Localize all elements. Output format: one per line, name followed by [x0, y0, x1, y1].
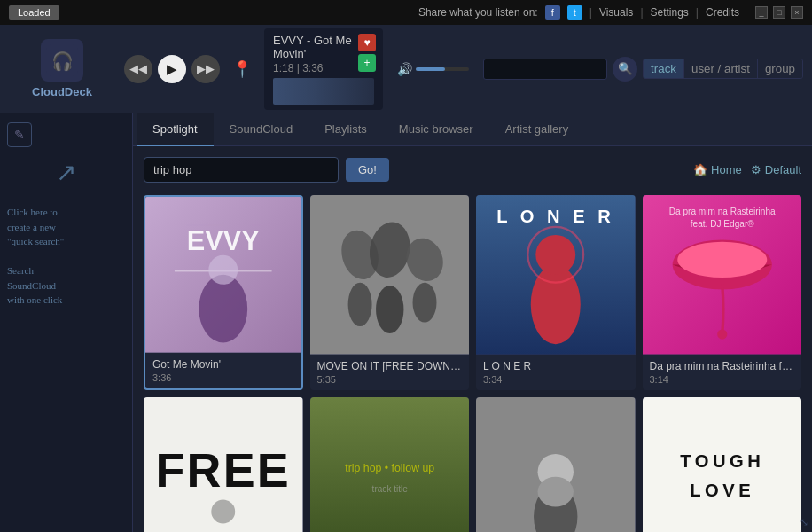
tab-artist-gallery[interactable]: Artist gallery	[489, 113, 585, 146]
music-grid: EVVY Got Me Movin' 3:36	[144, 195, 801, 532]
svg-point-7	[208, 255, 238, 285]
card-duration-3: 3:34	[483, 374, 629, 385]
window-controls: _ □ ×	[755, 6, 803, 19]
music-card-1[interactable]: EVVY Got Me Movin' 3:36	[144, 195, 303, 390]
track-area: EVVY - Got Me Movin' 1:18 | 3:36 ♥ +	[264, 28, 383, 110]
spotlight-search-input[interactable]	[144, 157, 339, 183]
card-duration-1: 3:36	[152, 372, 294, 383]
svg-point-35	[538, 476, 574, 506]
tab-soundcloud[interactable]: SoundCloud	[214, 113, 309, 146]
card-title-1: Got Me Movin'	[152, 358, 294, 371]
sidebar-arrow: ↗	[7, 158, 125, 187]
header-search-area: 🔍 track user / artist group	[483, 57, 803, 82]
player-controls: ◀◀ ▶ ▶▶	[124, 55, 220, 83]
top-bar-left: Loaded	[9, 6, 59, 19]
card-img-8: TOUGH LOVE	[643, 397, 802, 533]
play-btn[interactable]: ▶	[158, 55, 186, 83]
plus-btn[interactable]: +	[358, 54, 376, 72]
settings-link[interactable]: Settings	[651, 6, 689, 19]
tab-music-browser[interactable]: Music browser	[383, 113, 489, 146]
card-img-5: FREE	[144, 397, 303, 533]
card-duration-2: 5:35	[317, 374, 463, 385]
svg-text:LOVE: LOVE	[690, 481, 754, 500]
default-label: Default	[765, 163, 801, 176]
top-bar-right: Share what you listen on: f t | Visuals …	[418, 5, 803, 20]
close-btn[interactable]: ×	[791, 6, 803, 19]
sidebar-hint: Click here tocreate a new"quick search" …	[7, 205, 125, 308]
search-type-tabs: track user / artist group	[643, 59, 803, 79]
content-area: Go! 🏠 Home ⚙ Default	[133, 146, 812, 532]
prev-btn[interactable]: ◀◀	[124, 55, 152, 83]
card-title-4: Da pra mim na Rasteirinha feat. DJ Edgar…	[650, 360, 795, 372]
settings-icon: ⚙	[751, 163, 761, 176]
app-body: ✎ ↗ Click here tocreate a new"quick sear…	[0, 113, 812, 532]
logo-icon: 🎧	[41, 39, 83, 82]
svg-point-28	[211, 499, 235, 523]
go-btn[interactable]: Go!	[346, 158, 389, 182]
card-img-7	[476, 397, 636, 533]
waveform-visual	[273, 78, 374, 105]
facebook-btn[interactable]: f	[545, 5, 560, 20]
card-img-6: trip hop • follow up track title	[310, 397, 470, 533]
svg-point-23	[717, 329, 727, 339]
sep3: |	[696, 6, 699, 19]
home-icon: 🏠	[693, 163, 707, 176]
card-duration-4: 3:14	[650, 374, 795, 385]
minimize-btn[interactable]: _	[755, 6, 768, 19]
location-btn[interactable]: 📍	[229, 59, 255, 79]
tab-spotlight[interactable]: Spotlight	[137, 113, 214, 146]
tabs-bar: Spotlight SoundCloud Playlists Music bro…	[133, 113, 812, 146]
home-link[interactable]: 🏠 Home	[693, 163, 742, 176]
music-card-6[interactable]: trip hop • follow up track title Track 6	[310, 397, 470, 533]
music-card-4[interactable]: Da pra mim na Rasteirinha feat. DJ Edgar…	[643, 195, 802, 390]
visuals-link[interactable]: Visuals	[599, 6, 633, 19]
sep2: |	[640, 6, 643, 19]
next-btn[interactable]: ▶▶	[191, 55, 220, 83]
svg-text:🎧: 🎧	[51, 51, 74, 72]
svg-text:Da pra mim na Rasteirinha: Da pra mim na Rasteirinha	[668, 207, 775, 216]
default-link[interactable]: ⚙ Default	[751, 163, 801, 176]
music-card-8[interactable]: TOUGH LOVE TOUGH LOVE	[643, 397, 802, 533]
svg-point-13	[376, 286, 403, 333]
track-actions: ♥ +	[358, 34, 376, 72]
search-actions: 🏠 Home ⚙ Default	[693, 163, 801, 176]
svg-point-6	[199, 275, 247, 343]
loaded-badge: Loaded	[9, 5, 59, 20]
search-type-track[interactable]: track	[644, 59, 684, 78]
svg-point-22	[677, 242, 767, 278]
card-title-2: MOVE ON IT [FREE DOWNLOAD]	[317, 360, 463, 372]
maximize-btn[interactable]: □	[773, 6, 785, 19]
header-search-input[interactable]	[483, 59, 607, 80]
svg-text:trip hop • follow up: trip hop • follow up	[345, 462, 434, 474]
search-type-group[interactable]: group	[758, 59, 802, 78]
svg-text:feat. DJ Edgar®: feat. DJ Edgar®	[690, 219, 753, 229]
hint-line2: SearchSoundCloudwith one click	[7, 265, 62, 305]
header-search-btn[interactable]: 🔍	[613, 57, 637, 82]
svg-text:TOUGH: TOUGH	[680, 450, 764, 470]
music-card-5[interactable]: FREE FREE	[144, 397, 303, 533]
heart-btn[interactable]: ♥	[358, 34, 376, 51]
top-bar: Loaded Share what you listen on: f t | V…	[0, 0, 812, 25]
share-text: Share what you listen on:	[418, 6, 538, 19]
waveform	[273, 78, 374, 105]
sep1: |	[589, 6, 592, 19]
tab-playlists[interactable]: Playlists	[308, 113, 383, 146]
logo-area: 🎧 CloudDeck	[9, 39, 115, 98]
search-type-user[interactable]: user / artist	[684, 59, 758, 78]
volume-slider[interactable]	[416, 67, 469, 71]
svg-point-12	[347, 283, 371, 326]
card-img-1: EVVY	[145, 197, 301, 353]
sidebar: ✎ ↗ Click here tocreate a new"quick sear…	[0, 113, 133, 532]
main-header: 🎧 CloudDeck ◀◀ ▶ ▶▶ 📍 EVVY - Got Me Movi…	[0, 25, 812, 113]
home-label: Home	[711, 163, 742, 176]
credits-link[interactable]: Credits	[706, 6, 739, 19]
card-info-3: L O N E R 3:34	[476, 355, 636, 390]
music-card-2[interactable]: MOVE ON IT [FREE DOWNLOAD] 5:35	[310, 195, 470, 390]
music-card-7[interactable]: Track 7	[476, 397, 636, 533]
card-img-3: L O N E R	[476, 195, 636, 355]
volume-area: 🔊	[392, 62, 474, 76]
music-card-3[interactable]: L O N E R L O N E R 3:34	[476, 195, 636, 390]
sidebar-edit-btn[interactable]: ✎	[7, 122, 32, 147]
svg-point-17	[535, 235, 575, 275]
twitter-btn[interactable]: t	[567, 5, 582, 20]
